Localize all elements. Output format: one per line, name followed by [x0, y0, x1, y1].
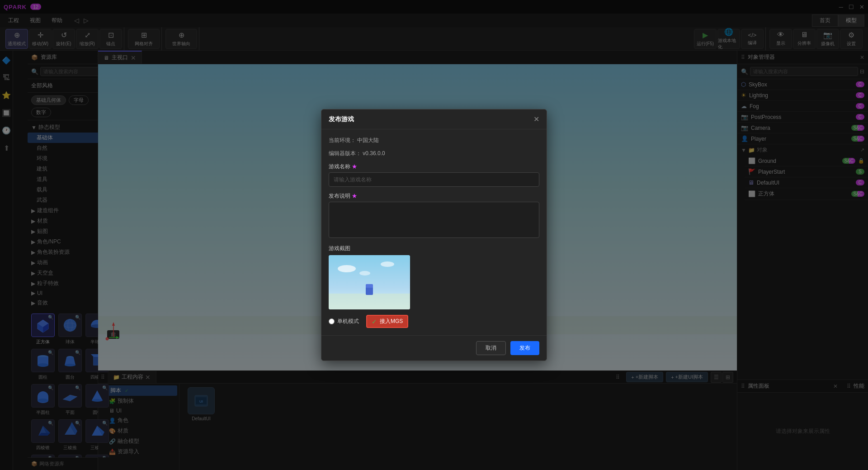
- svg-rect-58: [366, 284, 373, 288]
- desc-textarea[interactable]: [329, 202, 539, 238]
- single-mode-radio[interactable]: [329, 318, 335, 324]
- mgs-mode-option[interactable]: ✓ 接入MGS: [366, 315, 408, 328]
- modal-header: 发布游戏 ✕: [321, 109, 547, 129]
- modal-editor-ver: 编辑器版本： v0.36.0.0: [329, 150, 539, 157]
- modal-body: 当前环境： 中国大陆 编辑器版本： v0.36.0.0 游戏名称 ★ 发布说明 …: [321, 129, 547, 335]
- editor-label: 编辑器版本：: [329, 150, 361, 157]
- svg-point-60: [381, 261, 394, 267]
- modal-env: 当前环境： 中国大陆: [329, 137, 539, 144]
- single-mode-option[interactable]: 单机模式: [329, 318, 359, 325]
- single-mode-label: 单机模式: [337, 318, 359, 325]
- svg-rect-56: [329, 294, 410, 309]
- game-name-input[interactable]: [329, 172, 539, 187]
- svg-rect-57: [366, 287, 373, 295]
- modal-mode-options: 单机模式 ✓ 接入MGS: [329, 315, 539, 328]
- desc-label: 发布说明 ★: [329, 192, 539, 200]
- modal-title-text: 发布游戏: [329, 115, 530, 123]
- screenshot-container: [329, 255, 539, 309]
- game-name-required: ★: [352, 163, 357, 170]
- mgs-label: 接入MGS: [380, 318, 403, 325]
- screenshot-section: 游戏截图: [329, 245, 539, 309]
- publish-modal: 发布游戏 ✕ 当前环境： 中国大陆 编辑器版本： v0.36.0.0 游戏名称 …: [321, 109, 547, 361]
- editor-value: v0.36.0.0: [363, 150, 385, 157]
- modal-overlay: 发布游戏 ✕ 当前环境： 中国大陆 编辑器版本： v0.36.0.0 游戏名称 …: [0, 0, 868, 470]
- publish-button[interactable]: 发布: [510, 341, 539, 355]
- desc-required: ★: [352, 193, 357, 199]
- modal-close-btn[interactable]: ✕: [533, 115, 539, 123]
- svg-point-61: [359, 271, 370, 275]
- env-value: 中国大陆: [357, 137, 379, 143]
- game-screenshot[interactable]: [329, 255, 410, 309]
- desc-field: 发布说明 ★: [329, 192, 539, 239]
- mgs-checkmark: ✓: [372, 318, 377, 325]
- game-name-label: 游戏名称 ★: [329, 163, 539, 171]
- screenshot-label: 游戏截图: [329, 245, 539, 252]
- svg-point-59: [338, 265, 356, 272]
- env-label: 当前环境：: [329, 137, 356, 143]
- cancel-button[interactable]: 取消: [476, 341, 506, 355]
- modal-footer: 取消 发布: [321, 335, 547, 361]
- game-name-field: 游戏名称 ★: [329, 163, 539, 187]
